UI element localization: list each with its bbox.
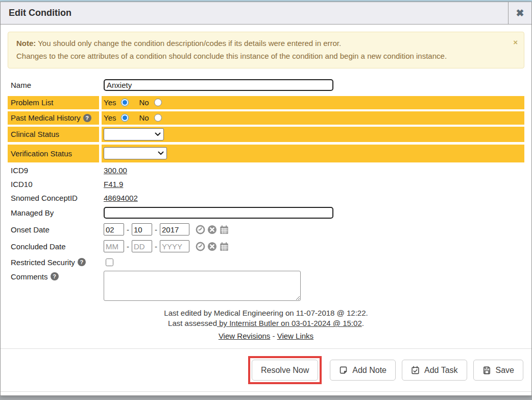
add-note-button[interactable]: Add Note [330, 360, 396, 381]
problem-list-no-radio[interactable] [154, 99, 162, 106]
managed-by-row: Managed By [8, 206, 524, 220]
restricted-security-label: Restricted Security [11, 258, 75, 267]
dialog-button-row: Resolve Now Add Note Add Task Save [1, 349, 531, 385]
dialog-header: Edit Condition ✖ [1, 2, 531, 25]
name-label: Name [8, 78, 99, 93]
pmh-yes-label: Yes [104, 113, 116, 122]
date-separator: - [127, 225, 129, 234]
snomed-row: Snomed ConceptID 48694002 [8, 192, 524, 204]
pmh-no-label: No [139, 113, 149, 122]
concluded-day-input[interactable] [132, 240, 152, 252]
date-separator: - [155, 242, 157, 251]
icd9-label: ICD9 [8, 164, 99, 176]
name-input[interactable] [104, 79, 333, 91]
link-separator: - [273, 332, 275, 340]
view-revisions-link[interactable]: View Revisions [219, 332, 270, 340]
last-edited-text: Last edited by Medical Engineering on 11… [1, 308, 531, 319]
clinical-status-label: Clinical Status [8, 127, 99, 142]
pmh-yes-radio[interactable] [121, 114, 129, 122]
managed-by-label: Managed By [8, 206, 99, 220]
date-separator: - [127, 242, 129, 251]
set-current-time-icon[interactable] [196, 225, 205, 234]
concluded-date-row: Concluded Date - - [8, 239, 524, 254]
clear-date-icon[interactable] [207, 225, 217, 234]
onset-day-input[interactable] [132, 223, 152, 236]
clinical-status-row: Clinical Status [8, 127, 524, 142]
annotation-highlight-box: Resolve Now [248, 356, 322, 384]
note-line-2: Changes to the core attributes of a cond… [16, 50, 516, 63]
view-links-link[interactable]: View Links [277, 332, 313, 340]
icd9-row: ICD9 300.00 [8, 164, 524, 176]
icd9-code-link[interactable]: 300.00 [104, 166, 127, 175]
resolve-now-button[interactable]: Resolve Now [252, 360, 318, 381]
concluded-month-input[interactable] [104, 240, 124, 252]
note-dismiss-icon[interactable]: × [513, 36, 518, 49]
last-assessed-link[interactable]: by Internist Butler on 03-01-2024 @ 15:0… [217, 319, 362, 327]
managed-by-input[interactable] [104, 207, 333, 219]
calendar-picker-icon[interactable] [219, 225, 229, 234]
problem-list-no-label: No [139, 98, 149, 107]
audit-block: Last edited by Medical Engineering on 11… [1, 308, 531, 342]
snomed-label: Snomed ConceptID [8, 192, 99, 204]
help-icon[interactable]: ? [51, 272, 59, 280]
clear-date-icon[interactable] [207, 242, 217, 251]
set-current-time-icon[interactable] [196, 242, 205, 251]
problem-list-label: Problem List [8, 96, 99, 109]
concluded-date-label: Concluded Date [8, 239, 99, 254]
warning-note-banner: Note: You should only change the conditi… [8, 32, 524, 68]
note-prefix: Note: [16, 39, 36, 48]
restricted-security-checkbox[interactable] [106, 258, 113, 266]
onset-month-input[interactable] [104, 223, 124, 236]
onset-year-input[interactable] [160, 223, 189, 236]
view-links-line: View Revisions - View Links [1, 331, 531, 342]
close-icon: ✖ [516, 7, 524, 19]
date-separator: - [155, 225, 157, 234]
past-medical-history-label: Past Medical History [11, 113, 81, 122]
comments-textarea[interactable] [104, 271, 301, 301]
clinical-status-select[interactable] [104, 128, 164, 140]
problem-list-yes-label: Yes [104, 98, 116, 107]
condition-form: Name Problem List Yes No Past Medical Hi… [1, 76, 531, 303]
help-icon[interactable]: ? [83, 114, 91, 122]
save-button[interactable]: Save [473, 360, 523, 381]
onset-date-row: Onset Date - - [8, 222, 524, 237]
add-task-button[interactable]: Add Task [402, 360, 467, 381]
note-line-1: Note: You should only change the conditi… [16, 37, 516, 50]
restricted-security-row: Restricted Security ? [8, 256, 524, 269]
concluded-year-input[interactable] [160, 240, 189, 252]
snomed-code-link[interactable]: 48694002 [104, 194, 138, 202]
icd10-code-link[interactable]: F41.9 [104, 180, 123, 189]
dialog-title: Edit Condition [1, 8, 508, 18]
help-icon[interactable]: ? [78, 258, 86, 266]
last-assessed-text: Last assessed by Internist Butler on 03-… [1, 318, 531, 329]
name-row: Name [8, 78, 524, 93]
task-calendar-icon [411, 366, 420, 374]
close-button[interactable]: ✖ [508, 2, 531, 24]
comments-label: Comments [11, 272, 48, 281]
verification-status-label: Verification Status [8, 145, 99, 162]
comments-row: Comments ? [8, 271, 524, 301]
verification-status-row: Verification Status [8, 145, 524, 162]
footer-empty-space [1, 392, 531, 395]
verification-status-select[interactable] [104, 147, 167, 159]
past-medical-history-row: Past Medical History ? Yes No [8, 111, 524, 125]
note-icon [339, 366, 348, 374]
edit-condition-dialog: Edit Condition ✖ Note: You should only c… [0, 2, 532, 396]
problem-list-row: Problem List Yes No [8, 96, 524, 109]
icd10-label: ICD10 [8, 178, 99, 190]
calendar-picker-icon[interactable] [219, 242, 229, 251]
onset-date-label: Onset Date [8, 222, 99, 237]
icd10-row: ICD10 F41.9 [8, 178, 524, 190]
problem-list-yes-radio[interactable] [121, 99, 129, 106]
save-disk-icon [482, 366, 491, 374]
pmh-no-radio[interactable] [154, 114, 162, 122]
